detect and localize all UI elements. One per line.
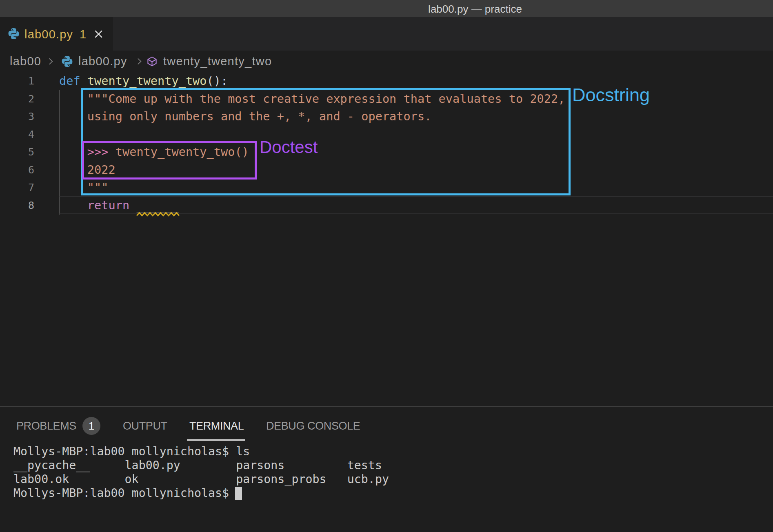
doctest-annotation-label: Doctest — [260, 137, 318, 157]
tab-problems-badge: 1 — [80, 27, 86, 41]
breadcrumb: lab00 lab00.py twenty_twenty_two — [0, 51, 773, 72]
line-number: 4 — [0, 126, 34, 144]
close-icon[interactable] — [93, 29, 104, 39]
line-number: 5 — [0, 143, 34, 161]
editor[interactable]: 12345678 def twenty_twenty_two(): """Com… — [0, 72, 773, 406]
doctest-annotation-box — [82, 141, 257, 180]
panel-top-border — [0, 406, 773, 407]
panel-tab-problems[interactable]: PROBLEMS — [16, 419, 76, 433]
line-number: 7 — [0, 179, 34, 197]
panel-tab-terminal[interactable]: TERMINAL — [189, 419, 244, 433]
terminal-line: Mollys-MBP:lab00 mollynicholas$ — [13, 486, 389, 500]
code-line-1: def twenty_twenty_two(): — [59, 72, 228, 90]
line-number: 3 — [0, 108, 34, 126]
problems-count-badge: 1 — [82, 417, 100, 435]
panel-tab-output[interactable]: OUTPUT — [123, 419, 167, 433]
line-number: 6 — [0, 161, 34, 179]
python-icon — [8, 28, 19, 39]
panel-tab-debug-console[interactable]: DEBUG CONSOLE — [266, 419, 360, 433]
code-token: twenty_twenty_two — [87, 74, 207, 88]
terminal[interactable]: Mollys-MBP:lab00 mollynicholas$ ls__pyca… — [13, 445, 389, 500]
terminal-line: lab00.ok ok parsons_probs ucb.py — [13, 472, 389, 486]
warning-squiggle — [136, 211, 180, 217]
breadcrumb-item-file[interactable]: lab00.py — [78, 51, 127, 72]
line-number: 2 — [0, 90, 34, 108]
title-bar: lab00.py — practice — [0, 0, 773, 17]
tab-strip: lab00.py 1 — [0, 17, 773, 51]
code-token: ______ — [136, 198, 178, 212]
breadcrumb-item-folder[interactable]: lab00 — [10, 51, 41, 72]
breadcrumb-item-symbol[interactable]: twenty_twenty_two — [163, 51, 272, 72]
python-icon — [62, 56, 73, 67]
tab-lab00-py[interactable]: lab00.py 1 — [0, 17, 113, 51]
active-tab-underline — [187, 439, 245, 441]
tab-label: lab00.py — [24, 27, 73, 41]
terminal-cursor — [235, 487, 242, 500]
docstring-annotation-label: Docstring — [572, 84, 650, 106]
terminal-line: __pycache__ lab00.py parsons tests — [13, 459, 389, 472]
terminal-line: Mollys-MBP:lab00 mollynicholas$ ls — [13, 445, 389, 459]
code-token: (): — [207, 74, 228, 88]
code-token: def — [59, 74, 87, 88]
symbol-namespace-cube-icon — [147, 56, 158, 67]
line-number: 1 — [0, 72, 34, 90]
window-title: lab00.py — practice — [428, 3, 522, 16]
chevron-right-icon — [135, 57, 144, 66]
chevron-right-icon — [47, 57, 55, 66]
code-token: return — [59, 198, 136, 212]
line-number: 8 — [0, 197, 34, 215]
